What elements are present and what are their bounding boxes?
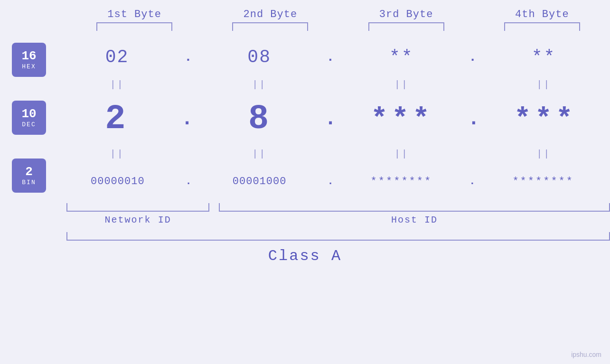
equals-sign-2a: || <box>110 149 124 159</box>
content-area: 16 HEX 10 DEC 2 BIN 02 . 08 <box>0 38 610 200</box>
dec-cell-3: *** <box>338 103 467 135</box>
equals-row-2: || || || || <box>51 145 610 162</box>
equals-cell-1c: || <box>335 79 468 90</box>
hex-cell-2: 08 <box>193 47 326 67</box>
bin-dot-3: . <box>469 176 475 187</box>
hex-value-4: ** <box>532 47 556 67</box>
equals-sign-2d: || <box>536 149 551 159</box>
equals-sign-1d: || <box>536 79 551 90</box>
equals-cell-2c: || <box>335 149 468 159</box>
equals-cell-1a: || <box>51 79 184 90</box>
equals-sign-2b: || <box>252 149 266 159</box>
dec-badge-label: DEC <box>22 121 36 128</box>
dec-value-2: 8 <box>248 100 269 139</box>
byte2-header: 2nd Byte <box>202 9 338 20</box>
hex-dot-3: . <box>469 50 477 65</box>
bottom-labels: Network ID Host ID <box>66 215 610 225</box>
equals-cell-2d: || <box>478 149 610 159</box>
bin-value-3: ******** <box>371 176 432 187</box>
dec-value-3: *** <box>371 103 433 135</box>
bracket3 <box>338 22 474 31</box>
watermark: ipshu.com <box>571 351 601 358</box>
byte1-header: 1st Byte <box>66 9 202 20</box>
dec-dot-1: . <box>181 108 193 131</box>
dec-dot-2: . <box>324 108 336 131</box>
bin-cell-2: 00001000 <box>193 176 327 187</box>
bin-cell-4: ******** <box>476 176 610 187</box>
main-grid: 02 . 08 . ** . ** || || <box>51 38 610 200</box>
dec-row: 2 . 8 . *** . *** <box>51 93 610 145</box>
bin-cell-1: 00000010 <box>51 176 185 187</box>
host-bracket <box>219 203 610 212</box>
hex-dot-1: . <box>184 50 192 65</box>
bin-row: 00000010 . 00001000 . ******** . *******… <box>51 162 610 200</box>
dec-value-4: *** <box>514 103 577 135</box>
bracket3-line <box>368 22 444 31</box>
bracket1 <box>66 22 202 31</box>
hex-badge: 16 HEX <box>12 43 46 77</box>
bin-value-1: 00000010 <box>91 176 145 187</box>
bin-badge: 2 BIN <box>12 159 46 193</box>
equals-sign-1c: || <box>394 79 409 90</box>
hex-cell-1: 02 <box>51 47 183 67</box>
bin-value-2: 00001000 <box>233 176 287 187</box>
bracket2-line <box>232 22 308 31</box>
equals-cell-2a: || <box>51 149 184 159</box>
hex-value-3: ** <box>389 47 414 67</box>
host-id-label: Host ID <box>219 215 610 225</box>
main-container: 1st Byte 2nd Byte 3rd Byte 4th Byte 16 H… <box>0 0 610 364</box>
network-id-label: Network ID <box>66 215 209 225</box>
class-label: Class A <box>268 247 342 265</box>
equals-cell-1d: || <box>478 79 610 90</box>
bracket4-line <box>504 22 580 31</box>
dec-value-1: 2 <box>105 100 126 139</box>
equals-row-1: || || || || <box>51 76 610 93</box>
hex-value-1: 02 <box>105 47 129 67</box>
byte-headers: 1st Byte 2nd Byte 3rd Byte 4th Byte <box>0 9 610 20</box>
outer-bottom-bracket <box>66 232 610 241</box>
equals-cell-1b: || <box>193 79 326 90</box>
dec-badge-num: 10 <box>21 107 36 121</box>
network-bracket <box>66 203 209 212</box>
equals-cell-2b: || <box>193 149 326 159</box>
dec-badge: 10 DEC <box>12 101 46 135</box>
byte3-header: 3rd Byte <box>338 9 474 20</box>
dec-cell-1: 2 <box>51 100 180 139</box>
dec-cell-4: *** <box>480 103 610 135</box>
bin-dot-2: . <box>327 176 333 187</box>
dec-cell-2: 8 <box>194 100 324 139</box>
hex-cell-4: ** <box>478 47 610 67</box>
equals-sign-1b: || <box>252 79 266 90</box>
hex-row: 02 . 08 . ** . ** <box>51 38 610 76</box>
bracket4 <box>474 22 610 31</box>
bin-value-4: ******** <box>512 176 574 187</box>
top-brackets-row <box>0 22 610 31</box>
badges-column: 16 HEX 10 DEC 2 BIN <box>12 43 46 200</box>
hex-badge-num: 16 <box>21 49 36 63</box>
hex-badge-label: HEX <box>22 63 36 70</box>
byte4-header: 4th Byte <box>474 9 610 20</box>
bracket2 <box>202 22 338 31</box>
bottom-brackets <box>66 203 610 212</box>
hex-dot-2: . <box>327 50 335 65</box>
bin-badge-num: 2 <box>25 165 33 179</box>
equals-sign-1a: || <box>110 79 124 90</box>
equals-sign-2c: || <box>394 149 409 159</box>
dec-dot-3: . <box>468 108 479 131</box>
bracket1-line <box>96 22 172 31</box>
bin-badge-label: BIN <box>22 179 36 186</box>
bottom-section: Network ID Host ID <box>0 203 610 225</box>
bin-cell-3: ******** <box>335 176 469 187</box>
hex-cell-3: ** <box>335 47 468 67</box>
bin-dot-1: . <box>186 176 192 187</box>
hex-value-2: 08 <box>247 47 271 67</box>
